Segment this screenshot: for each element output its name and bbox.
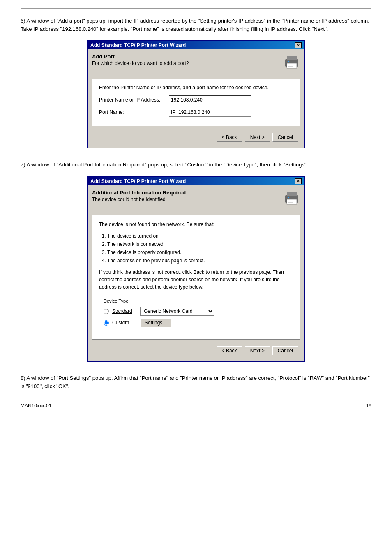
dialog2: Add Standard TCP/IP Printer Port Wizard … bbox=[87, 176, 305, 362]
step6-text: 6) A window of "Add a port" pops up, imp… bbox=[21, 17, 371, 33]
dialog2-header: Additional Port Information Required The… bbox=[92, 190, 300, 210]
standard-radio-label: Standard bbox=[112, 308, 137, 315]
dialog1-titlebar: Add Standard TCP/IP Printer Port Wizard … bbox=[88, 41, 304, 49]
svg-rect-9 bbox=[288, 197, 289, 198]
dialog1-header-subtitle: For which device do you want to add a po… bbox=[92, 60, 279, 66]
printer-name-row: Printer Name or IP Address: bbox=[99, 95, 293, 104]
dialog2-header-text: Additional Port Information Required The… bbox=[92, 190, 279, 202]
dialog2-intro: The device is not found on the network. … bbox=[99, 221, 293, 228]
settings-button[interactable]: Settings... bbox=[140, 318, 171, 327]
dialog1-body: Add Port For which device do you want to… bbox=[88, 49, 304, 148]
custom-radio-row: Custom Settings... bbox=[104, 318, 288, 327]
dialog2-warning: If you think the address is not correct,… bbox=[99, 268, 293, 291]
svg-rect-3 bbox=[288, 61, 289, 62]
printer-icon bbox=[284, 53, 300, 70]
list-item: The network is connected. bbox=[107, 240, 293, 248]
step8-text: 8) A window of "Port Settings" pops up. … bbox=[21, 374, 371, 390]
svg-rect-5 bbox=[288, 66, 293, 67]
svg-rect-11 bbox=[288, 202, 293, 203]
footer-divider bbox=[21, 398, 371, 398]
device-type-group-label: Device Type bbox=[104, 298, 288, 305]
svg-rect-1 bbox=[287, 56, 297, 60]
dialog1-header-text: Add Port For which device do you want to… bbox=[92, 53, 279, 66]
port-name-input[interactable] bbox=[169, 108, 251, 117]
printer-name-input[interactable] bbox=[169, 95, 251, 104]
dialog2-body: Additional Port Information Required The… bbox=[88, 185, 304, 361]
dialog1-next-button[interactable]: Next > bbox=[245, 133, 270, 142]
printer-name-label: Printer Name or IP Address: bbox=[99, 97, 169, 103]
standard-dropdown[interactable]: Generic Network Card bbox=[140, 307, 214, 316]
dialog2-wrapper: Add Standard TCP/IP Printer Port Wizard … bbox=[81, 176, 311, 362]
list-item: The device is properly configured. bbox=[107, 249, 293, 256]
list-item: The device is turned on. bbox=[107, 232, 293, 240]
device-type-group: Device Type Standard Generic Network Car… bbox=[99, 295, 293, 334]
port-name-label: Port Name: bbox=[99, 109, 169, 115]
dialog2-cancel-button[interactable]: Cancel bbox=[272, 346, 298, 355]
dialog2-next-button[interactable]: Next > bbox=[245, 346, 270, 355]
svg-rect-7 bbox=[287, 192, 297, 196]
dialog1-header-title: Add Port bbox=[92, 53, 279, 60]
dialog1-title: Add Standard TCP/IP Printer Port Wizard bbox=[90, 42, 186, 48]
dialog1-close-button[interactable]: × bbox=[295, 42, 302, 48]
dialog1-wrapper: Add Standard TCP/IP Printer Port Wizard … bbox=[81, 40, 311, 148]
dialog2-header-subtitle: The device could not be identified. bbox=[92, 197, 279, 202]
dialog2-footer: < Back Next > Cancel bbox=[92, 344, 300, 357]
dialog1: Add Standard TCP/IP Printer Port Wizard … bbox=[87, 40, 305, 148]
dialog2-titlebar: Add Standard TCP/IP Printer Port Wizard … bbox=[88, 177, 304, 185]
step7-text: 7) A window of "Additional Port Informat… bbox=[21, 161, 371, 169]
dialog1-instruction: Enter the Printer Name or IP address, an… bbox=[99, 85, 293, 90]
dialog2-header-title: Additional Port Information Required bbox=[92, 190, 279, 196]
dialog1-footer: < Back Next > Cancel bbox=[92, 130, 300, 143]
standard-radio[interactable] bbox=[104, 309, 109, 314]
standard-radio-row: Standard Generic Network Card bbox=[104, 307, 288, 316]
svg-rect-4 bbox=[288, 65, 296, 65]
dialog1-cancel-button[interactable]: Cancel bbox=[272, 133, 298, 142]
dialog2-content: The device is not found on the network. … bbox=[92, 215, 300, 340]
dialog1-header: Add Port For which device do you want to… bbox=[92, 53, 300, 74]
dialog2-list: The device is turned on. The network is … bbox=[107, 232, 293, 264]
custom-radio-label: Custom bbox=[112, 319, 137, 326]
custom-radio[interactable] bbox=[104, 320, 109, 326]
printer-icon-2 bbox=[284, 190, 300, 206]
dialog1-back-button[interactable]: < Back bbox=[217, 133, 242, 142]
dialog1-content: Enter the Printer Name or IP address, an… bbox=[92, 79, 300, 126]
dialog2-back-button[interactable]: < Back bbox=[217, 346, 242, 355]
footer-page: 19 bbox=[366, 403, 371, 409]
list-item: The address on the previous page is corr… bbox=[107, 257, 293, 264]
port-name-row: Port Name: bbox=[99, 108, 293, 117]
svg-rect-10 bbox=[288, 201, 296, 201]
dialog2-title: Add Standard TCP/IP Printer Port Wizard bbox=[90, 178, 186, 184]
footer-left: MAN10xxx-01 bbox=[21, 403, 51, 409]
dialog2-close-button[interactable]: × bbox=[295, 178, 302, 184]
